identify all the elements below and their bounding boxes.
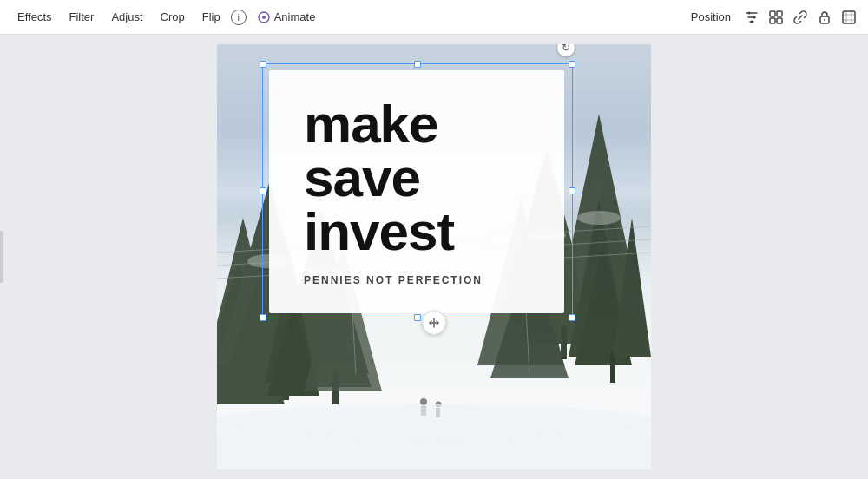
- main-text: make save invest: [304, 97, 529, 259]
- filter-button[interactable]: Filter: [62, 7, 102, 27]
- info-icon[interactable]: i: [231, 10, 247, 25]
- svg-rect-49: [421, 405, 426, 416]
- svg-marker-23: [575, 244, 632, 365]
- lock-icon[interactable]: [816, 9, 833, 26]
- animate-icon: [257, 10, 271, 24]
- svg-rect-7: [770, 18, 775, 23]
- svg-rect-17: [616, 331, 623, 365]
- svg-rect-35: [332, 370, 339, 404]
- effects-button[interactable]: Effects: [10, 7, 59, 27]
- svg-marker-37: [267, 305, 319, 396]
- svg-point-50: [436, 402, 442, 408]
- svg-marker-16: [575, 218, 649, 348]
- adjust-button[interactable]: Adjust: [104, 7, 149, 27]
- svg-rect-32: [282, 364, 289, 400]
- resize-icon[interactable]: [840, 9, 858, 26]
- svg-rect-13: [217, 435, 651, 469]
- canvas-area: make save invest PENNIES NOT PERFECTION …: [0, 35, 868, 479]
- svg-marker-14: [556, 114, 642, 322]
- svg-point-10: [824, 19, 825, 21]
- svg-marker-15: [569, 166, 647, 331]
- grid-icon[interactable]: [767, 9, 785, 26]
- toolbar: Effects Filter Adjust Crop Flip i Animat…: [0, 0, 868, 35]
- toolbar-right: Position: [686, 7, 858, 27]
- flip-button[interactable]: Flip: [195, 7, 227, 27]
- text-card[interactable]: make save invest PENNIES NOT PERFECTION: [269, 70, 564, 313]
- design-canvas[interactable]: make save invest PENNIES NOT PERFECTION …: [217, 44, 651, 469]
- svg-point-12: [217, 426, 651, 469]
- animate-button[interactable]: Animate: [250, 7, 323, 28]
- position-button[interactable]: Position: [686, 7, 736, 27]
- svg-rect-5: [770, 11, 775, 16]
- svg-point-3: [753, 16, 756, 18]
- svg-point-4: [751, 20, 753, 23]
- svg-point-48: [420, 398, 427, 405]
- canvas-wrapper: make save invest PENNIES NOT PERFECTION …: [217, 44, 651, 469]
- svg-rect-8: [777, 18, 782, 23]
- link-icon[interactable]: [792, 9, 809, 26]
- left-panel-tab[interactable]: [0, 231, 3, 283]
- svg-point-39: [577, 211, 621, 225]
- svg-point-1: [262, 16, 266, 19]
- crop-button[interactable]: Crop: [154, 7, 192, 27]
- filter-icon[interactable]: [743, 9, 760, 26]
- svg-rect-21: [561, 326, 567, 359]
- svg-point-2: [748, 11, 751, 14]
- svg-marker-25: [613, 218, 651, 357]
- svg-rect-24: [610, 352, 615, 383]
- svg-rect-11: [843, 11, 855, 23]
- svg-marker-22: [569, 200, 629, 357]
- svg-rect-6: [777, 11, 782, 16]
- svg-rect-52: [217, 417, 651, 469]
- resize-indicator[interactable]: [422, 311, 446, 335]
- svg-rect-51: [436, 408, 440, 417]
- svg-point-53: [217, 404, 651, 439]
- sub-text: PENNIES NOT PERFECTION: [304, 274, 529, 286]
